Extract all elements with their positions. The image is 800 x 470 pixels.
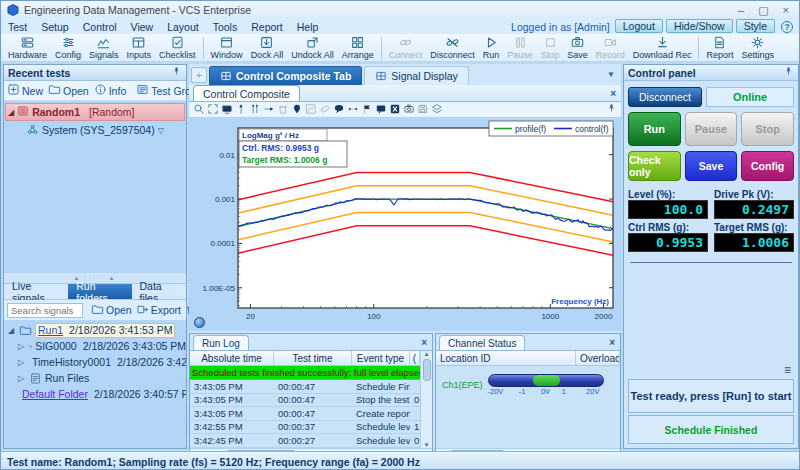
- dock-all-toolbar-button[interactable]: Dock All: [247, 35, 288, 60]
- snapshot-icon[interactable]: [403, 103, 415, 117]
- system-item[interactable]: System (SYS_2597504) ▽: [4, 121, 186, 139]
- expander-icon[interactable]: ▷: [16, 358, 26, 367]
- run-toolbar-button[interactable]: Run: [479, 35, 504, 60]
- pin-icon[interactable]: [783, 66, 794, 79]
- expander-icon[interactable]: ▷: [16, 342, 26, 351]
- tree-item-run-files[interactable]: ▷Run Files: [6, 370, 186, 386]
- layers-icon[interactable]: [431, 103, 443, 117]
- expander-icon[interactable]: ◢: [8, 108, 14, 117]
- menu-item-tools[interactable]: Tools: [206, 21, 245, 33]
- menu-item-setup[interactable]: Setup: [34, 21, 75, 33]
- expander-icon[interactable]: [6, 390, 16, 399]
- arrange-toolbar-button[interactable]: Arrange: [338, 35, 378, 60]
- menu-item-view[interactable]: View: [124, 21, 161, 33]
- tab-control-composite[interactable]: Control Composite: [193, 85, 300, 101]
- menu-item-test[interactable]: Test: [1, 21, 34, 33]
- expander-icon[interactable]: ◢: [6, 326, 16, 335]
- delete-cursor-icon[interactable]: [277, 103, 289, 117]
- minimize-button[interactable]: –: [738, 2, 744, 18]
- tree-item-sig0000[interactable]: ▷SIG00002/18/2026 3:43:05 PM: [6, 338, 186, 354]
- export-button[interactable]: Export: [136, 303, 181, 318]
- zoom-icon[interactable]: [193, 103, 205, 117]
- marker-icon[interactable]: [291, 103, 303, 117]
- run-log-row[interactable]: 3:42:45 PM00:00:27Schedule level0: [190, 434, 432, 448]
- tree-item-timehistory0001[interactable]: ▷TimeHistory00012/18/2026 3:42:15 PM: [6, 354, 186, 370]
- search-input[interactable]: [7, 303, 83, 318]
- export-excel-icon[interactable]: [389, 103, 401, 117]
- open-folder-button[interactable]: Open: [91, 303, 132, 318]
- column-header[interactable]: Location ID: [436, 351, 576, 365]
- close-icon[interactable]: ×: [421, 337, 427, 348]
- config-button[interactable]: Config: [741, 151, 794, 181]
- eraser-icon[interactable]: [319, 103, 331, 117]
- flag-icon[interactable]: [361, 103, 373, 117]
- run-log-vscrollbar[interactable]: ▲▼: [420, 351, 432, 448]
- settings-toolbar-button[interactable]: Settings: [737, 35, 778, 60]
- tab-channel-status[interactable]: Channel Status: [439, 335, 525, 350]
- menu-item-help[interactable]: Help: [290, 21, 326, 33]
- disconnect-button[interactable]: Disconnect: [628, 87, 702, 107]
- tab-live-signals[interactable]: Live signals: [4, 284, 68, 299]
- control-composite-chart[interactable]: 0.010.0010.00011.00E-052010010002000LogM…: [189, 118, 621, 331]
- disconnect-toolbar-button[interactable]: Disconnect: [426, 35, 479, 60]
- save-button[interactable]: Save: [685, 151, 738, 181]
- column-header[interactable]: Event type: [352, 351, 410, 365]
- scroll-thumb[interactable]: [423, 359, 431, 381]
- note-icon[interactable]: [375, 103, 387, 117]
- chevron-down-icon[interactable]: ▼: [607, 70, 615, 79]
- help-icon[interactable]: ?: [781, 21, 793, 33]
- list-icon[interactable]: ≡: [784, 363, 791, 377]
- menu-item-report[interactable]: Report: [244, 21, 290, 33]
- column-header[interactable]: (: [410, 351, 420, 365]
- save-image-icon[interactable]: [417, 103, 429, 117]
- menu-item-layout[interactable]: Layout: [160, 21, 206, 33]
- signals-toolbar-button[interactable]: Signals: [85, 35, 123, 60]
- column-header[interactable]: Absolute time: [190, 351, 274, 365]
- info-button[interactable]: Info: [94, 83, 127, 98]
- column-header[interactable]: Overload: [576, 351, 620, 365]
- close-button[interactable]: ×: [783, 2, 789, 18]
- run-log-row[interactable]: 3:42:55 PM00:00:37Schedule level1: [190, 421, 432, 435]
- display-icon[interactable]: [221, 103, 233, 117]
- run-log-row[interactable]: 3:43:05 PM00:00:47Schedule Finish...: [190, 380, 432, 394]
- scroll-down-icon[interactable]: ▼: [424, 442, 430, 448]
- tab-run-log[interactable]: Run Log: [193, 335, 249, 350]
- expander-icon[interactable]: ▷: [16, 374, 26, 383]
- tab-signal-display[interactable]: Signal Display: [364, 66, 469, 85]
- chevron-down-icon[interactable]: ▽: [158, 126, 164, 135]
- tab-data-files[interactable]: Data files: [132, 284, 187, 299]
- column-header[interactable]: Test time: [274, 351, 352, 365]
- test-item-random1[interactable]: ◢ Random1 [Random]: [5, 103, 185, 121]
- tree-item-default-folder[interactable]: Default Folder2/18/2026 3:40:57 PM: [6, 386, 186, 402]
- new-test-button[interactable]: New: [7, 83, 43, 98]
- maximize-button[interactable]: ▢: [758, 2, 768, 18]
- checklist-toolbar-button[interactable]: Checklist: [155, 35, 200, 60]
- close-icon[interactable]: ×: [609, 337, 615, 348]
- move-cursor-icon[interactable]: [263, 103, 275, 117]
- hardware-toolbar-button[interactable]: Hardware: [4, 35, 51, 60]
- fit-icon[interactable]: [207, 103, 219, 117]
- harmonic-cursor-icon[interactable]: [249, 103, 261, 117]
- check-only-button[interactable]: Check only: [628, 151, 681, 181]
- scroll-up-icon[interactable]: ▲: [424, 351, 430, 357]
- config-toolbar-button[interactable]: Config: [51, 35, 85, 60]
- tab-control-composite-tab[interactable]: Control Composite Tab: [209, 66, 362, 85]
- tab-run-folders[interactable]: Run folders: [68, 284, 131, 299]
- stats-icon[interactable]: [305, 103, 317, 117]
- channel-row[interactable]: Ch1(EPE)-20V-10V120VNo: [436, 366, 620, 396]
- tree-item-run1[interactable]: ◢Run12/18/2026 3:41:53 PM: [6, 322, 186, 338]
- run-log-row[interactable]: 3:43:05 PM00:00:47Stop the test0: [190, 394, 432, 408]
- report-toolbar-button[interactable]: Report: [702, 35, 737, 60]
- run-log-row[interactable]: 3:43:05 PM00:00:47Create report: [190, 407, 432, 421]
- save-toolbar-button[interactable]: Save: [563, 35, 592, 60]
- annotation-icon[interactable]: [333, 103, 345, 117]
- menu-item-control[interactable]: Control: [76, 21, 124, 33]
- folder-link[interactable]: Default Folder: [22, 388, 88, 400]
- inputs-toolbar-button[interactable]: Inputs: [123, 35, 156, 60]
- cursor-icon[interactable]: [235, 103, 247, 117]
- undock-all-toolbar-button[interactable]: Undock All: [287, 35, 338, 60]
- menu-button-hide-show[interactable]: Hide/Show: [666, 19, 733, 33]
- segment-icon[interactable]: [347, 103, 359, 117]
- close-icon[interactable]: ×: [610, 88, 616, 99]
- tab-scroll-button[interactable]: +: [191, 67, 207, 83]
